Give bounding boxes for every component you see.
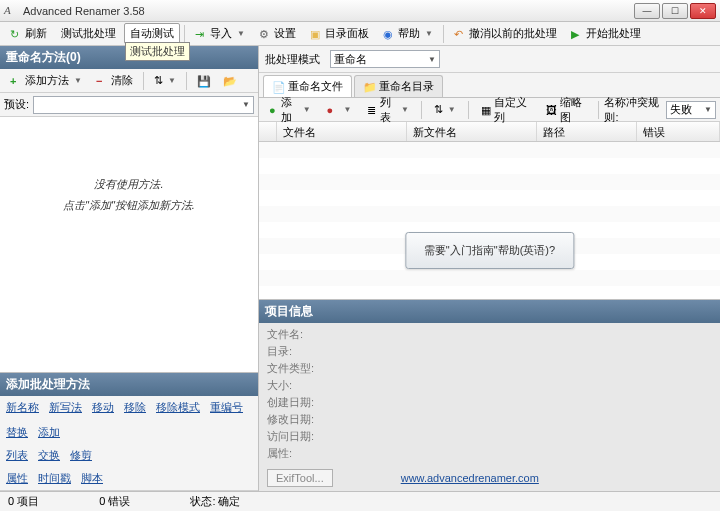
- main-content: 重命名方法(0) +添加方法▼ −清除 ⇅▼ 💾 📂 预设: ▼ 没有使用方法.…: [0, 46, 720, 491]
- remove-files-button[interactable]: ●▼: [321, 101, 358, 119]
- file-grid-body[interactable]: 需要"入门指南"帮助(英语)?: [259, 142, 720, 299]
- method-replace[interactable]: 替换: [6, 425, 28, 440]
- titlebar: A Advanced Renamer 3.58 — ☐ ✕: [0, 0, 720, 22]
- dir-panel-label: 目录面板: [325, 26, 369, 41]
- method-links-row3: 属性 时间戳 脚本: [0, 467, 258, 491]
- mode-row: 批处理模式 重命名▼: [259, 46, 720, 73]
- method-trim[interactable]: 修剪: [70, 448, 92, 463]
- method-list[interactable]: 列表: [6, 448, 28, 463]
- undo-batch-label: 撤消以前的批处理: [469, 26, 557, 41]
- mode-value: 重命名: [334, 52, 367, 67]
- separator: [143, 72, 144, 90]
- clear-methods-button[interactable]: −清除: [90, 70, 139, 91]
- test-batch-button[interactable]: 测试批处理: [55, 23, 122, 44]
- method-newcase[interactable]: 新写法: [49, 400, 82, 415]
- add-files-button[interactable]: ●添加▼: [263, 92, 317, 128]
- chevron-down-icon: ▼: [401, 105, 409, 114]
- import-button[interactable]: ⇥导入▼: [189, 23, 251, 44]
- status-items: 0 项目: [8, 494, 39, 509]
- folder-icon: ▣: [310, 28, 322, 40]
- test-batch-label: 测试批处理: [61, 26, 116, 41]
- add-method-label: 添加方法: [25, 73, 69, 88]
- open-icon: 📂: [223, 75, 235, 87]
- method-newname[interactable]: 新名称: [6, 400, 39, 415]
- list-icon: ≣: [367, 104, 376, 116]
- mode-label: 批处理模式: [265, 52, 320, 67]
- right-panel: 批处理模式 重命名▼ 📄重命名文件 📁重命名目录 ●添加▼ ●▼ ≣列表▼ ⇅▼…: [259, 46, 720, 491]
- empty-text-2: 点击"添加"按钮添加新方法.: [63, 198, 195, 213]
- app-icon: A: [4, 4, 18, 18]
- chevron-down-icon: ▼: [448, 105, 456, 114]
- col-error[interactable]: 错误: [637, 122, 720, 141]
- file-icon: 📄: [272, 81, 284, 93]
- method-remove[interactable]: 移除: [124, 400, 146, 415]
- folder-icon: 📁: [363, 81, 375, 93]
- settings-label: 设置: [274, 26, 296, 41]
- exiftool-button[interactable]: ExifTool...: [267, 469, 333, 487]
- refresh-button[interactable]: ↻刷新: [4, 23, 53, 44]
- list-label: 列表: [380, 95, 397, 125]
- open-preset-button[interactable]: 📂: [217, 72, 241, 90]
- chevron-down-icon: ▼: [237, 29, 245, 38]
- item-info-panel: 项目信息 文件名: 目录: 文件类型: 大小: 创建日期: 修改日期: 访问日期…: [259, 299, 720, 491]
- settings-button[interactable]: ⚙设置: [253, 23, 302, 44]
- method-swap[interactable]: 交换: [38, 448, 60, 463]
- help-label: 帮助: [398, 26, 420, 41]
- chevron-down-icon: ▼: [242, 100, 250, 109]
- minus-icon: −: [96, 75, 108, 87]
- preset-label: 预设:: [4, 97, 29, 112]
- tooltip: 测试批处理: [125, 42, 190, 61]
- separator: [468, 101, 469, 119]
- method-attributes[interactable]: 属性: [6, 471, 28, 486]
- up-down-icon: ⇅: [434, 103, 443, 116]
- save-preset-button[interactable]: 💾: [191, 72, 215, 90]
- move-up-button[interactable]: ⇅▼: [148, 71, 182, 90]
- conflict-select[interactable]: 失败▼: [666, 101, 716, 119]
- columns-icon: ▦: [481, 104, 491, 116]
- method-links-row2: 列表 交换 修剪: [0, 444, 258, 467]
- empty-text-1: 没有使用方法.: [94, 177, 163, 192]
- maximize-button[interactable]: ☐: [662, 3, 688, 19]
- chevron-down-icon: ▼: [168, 76, 176, 85]
- separator: [443, 25, 444, 43]
- separator: [421, 101, 422, 119]
- method-timestamp[interactable]: 时间戳: [38, 471, 71, 486]
- mode-select[interactable]: 重命名▼: [330, 50, 440, 68]
- start-batch-button[interactable]: ▶开始批处理: [565, 23, 647, 44]
- method-script[interactable]: 脚本: [81, 471, 103, 486]
- main-toolbar: ↻刷新 测试批处理 自动测试 测试批处理 ⇥导入▼ ⚙设置 ▣目录面板 ◉帮助▼…: [0, 22, 720, 46]
- start-batch-label: 开始批处理: [586, 26, 641, 41]
- preset-select[interactable]: ▼: [33, 96, 254, 114]
- thumbnails-button[interactable]: 🖼缩略图: [540, 92, 592, 128]
- custom-columns-button[interactable]: ▦自定义列: [475, 92, 536, 128]
- minimize-button[interactable]: —: [634, 3, 660, 19]
- info-attrs: 属性:: [267, 446, 712, 461]
- play-icon: ▶: [571, 28, 583, 40]
- help-button[interactable]: ◉帮助▼: [377, 23, 439, 44]
- getting-started-button[interactable]: 需要"入门指南"帮助(英语)?: [405, 232, 574, 269]
- method-removepattern[interactable]: 移除模式: [156, 400, 200, 415]
- item-info-header: 项目信息: [259, 300, 720, 323]
- refresh-label: 刷新: [25, 26, 47, 41]
- image-icon: 🖼: [546, 104, 557, 116]
- chevron-down-icon: ▼: [428, 55, 436, 64]
- add-methods-panel: 添加批处理方法 新名称 新写法 移动 移除 移除模式 重编号 替换 添加 列表 …: [0, 372, 258, 491]
- minus-icon: ●: [327, 104, 339, 116]
- auto-test-button[interactable]: 自动测试 测试批处理: [124, 23, 180, 44]
- website-link[interactable]: www.advancedrenamer.com: [401, 472, 539, 484]
- dir-panel-button[interactable]: ▣目录面板: [304, 23, 375, 44]
- close-button[interactable]: ✕: [690, 3, 716, 19]
- move-files-button[interactable]: ⇅▼: [428, 100, 462, 119]
- import-icon: ⇥: [195, 28, 207, 40]
- method-renumber[interactable]: 重编号: [210, 400, 243, 415]
- save-icon: 💾: [197, 75, 209, 87]
- undo-batch-button[interactable]: ↶撤消以前的批处理: [448, 23, 563, 44]
- chevron-down-icon: ▼: [425, 29, 433, 38]
- add-method-button[interactable]: +添加方法▼: [4, 70, 88, 91]
- custom-cols-label: 自定义列: [494, 95, 530, 125]
- method-add[interactable]: 添加: [38, 425, 60, 440]
- chevron-down-icon: ▼: [74, 76, 82, 85]
- help-icon: ◉: [383, 28, 395, 40]
- list-button[interactable]: ≣列表▼: [361, 92, 415, 128]
- method-move[interactable]: 移动: [92, 400, 114, 415]
